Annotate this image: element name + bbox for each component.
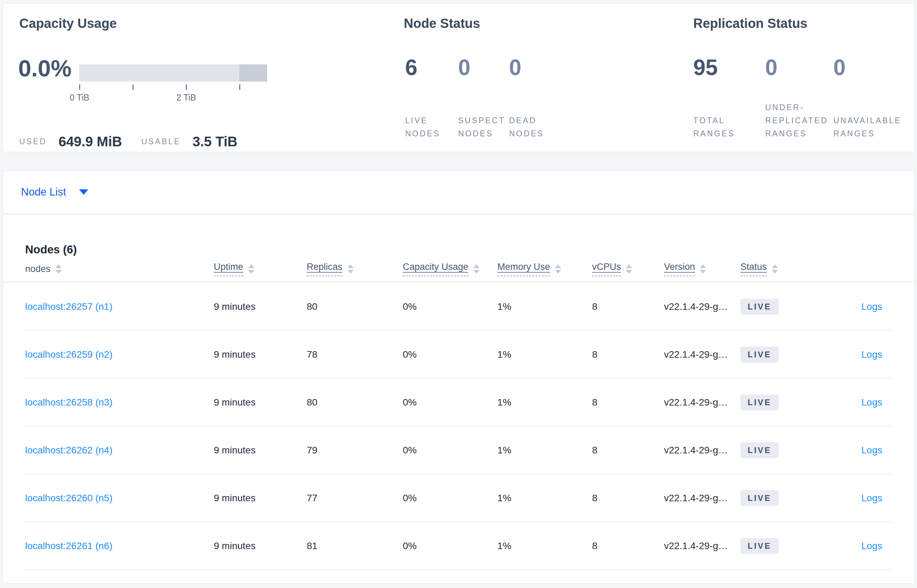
status-badge: LIVE bbox=[740, 347, 779, 362]
node-link[interactable]: localhost:26258 (n3) bbox=[25, 397, 113, 408]
node-list-dropdown[interactable]: Node List bbox=[21, 186, 88, 198]
axis-tick-label: 0 TiB bbox=[59, 93, 100, 103]
sort-icon[interactable] bbox=[347, 264, 354, 274]
logs-link[interactable]: Logs bbox=[861, 445, 882, 456]
used-label: USED bbox=[19, 137, 47, 146]
logs-cell: Logs bbox=[827, 349, 892, 360]
table-row: localhost:26260 (n5) 9 minutes 77 0% 1% … bbox=[25, 474, 892, 522]
column-header-status[interactable]: Status bbox=[740, 262, 827, 276]
column-header-capacity-usage[interactable]: Capacity Usage bbox=[403, 262, 497, 276]
logs-link[interactable]: Logs bbox=[861, 493, 882, 503]
sort-icon[interactable] bbox=[55, 264, 61, 274]
uptime-cell: 9 minutes bbox=[214, 541, 307, 551]
sort-icon[interactable] bbox=[772, 264, 778, 274]
sort-icon[interactable] bbox=[473, 264, 479, 274]
capacity-stats: USED 649.9 MiB USABLE 3.5 TiB bbox=[19, 134, 237, 149]
column-header-nodes[interactable]: nodes bbox=[25, 264, 214, 275]
sort-icon[interactable] bbox=[248, 264, 254, 274]
vcpus-cell: 8 bbox=[592, 397, 664, 408]
vcpus-cell: 8 bbox=[592, 445, 664, 456]
view-selector-bar: Node List bbox=[3, 171, 914, 213]
live-nodes-value: 6 bbox=[405, 55, 455, 80]
replicas-cell: 78 bbox=[307, 349, 403, 360]
capacity-cell: 0% bbox=[403, 301, 497, 312]
dead-nodes-label: DEAD NODES bbox=[509, 114, 564, 140]
version-cell: v22.1.4-29-g… bbox=[664, 493, 740, 504]
replication-status-title: Replication Status bbox=[693, 16, 807, 31]
status-cell: LIVE bbox=[740, 443, 827, 458]
column-header-vcpus[interactable]: vCPUs bbox=[592, 262, 664, 276]
version-cell: v22.1.4-29-g… bbox=[664, 541, 740, 551]
replicas-cell: 79 bbox=[307, 445, 403, 456]
under-replicated-ranges-stat: 0 UNDER-REPLICATED RANGES bbox=[765, 55, 839, 140]
memory-cell: 1% bbox=[497, 541, 592, 551]
node-link[interactable]: localhost:26259 (n2) bbox=[25, 349, 113, 360]
uptime-cell: 9 minutes bbox=[214, 493, 307, 504]
node-link[interactable]: localhost:26262 (n4) bbox=[25, 445, 113, 456]
version-cell: v22.1.4-29-g… bbox=[664, 301, 740, 312]
logs-cell: Logs bbox=[827, 397, 892, 408]
cluster-overview-page: Capacity Usage 0.0% 0 TiB 2 TiB USED 649… bbox=[0, 0, 917, 588]
table-row: localhost:26258 (n3) 9 minutes 80 0% 1% … bbox=[25, 379, 892, 426]
status-cell: LIVE bbox=[740, 538, 827, 554]
node-link[interactable]: localhost:26257 (n1) bbox=[25, 301, 113, 312]
replicas-cell: 77 bbox=[307, 493, 403, 504]
suspect-nodes-value: 0 bbox=[458, 55, 509, 80]
capacity-bar-extra-segment bbox=[239, 65, 267, 82]
status-badge: LIVE bbox=[740, 443, 779, 458]
status-badge: LIVE bbox=[740, 490, 779, 506]
nodes-table-body: localhost:26257 (n1) 9 minutes 80 0% 1% … bbox=[3, 283, 914, 570]
status-badge: LIVE bbox=[740, 394, 779, 410]
vcpus-cell: 8 bbox=[592, 349, 664, 360]
usable-value: 3.5 TiB bbox=[192, 134, 237, 149]
column-header-version[interactable]: Version bbox=[664, 262, 740, 276]
sort-icon[interactable] bbox=[555, 264, 561, 274]
capacity-cell: 0% bbox=[403, 445, 497, 456]
total-ranges-value: 95 bbox=[693, 55, 755, 80]
node-link[interactable]: localhost:26261 (n6) bbox=[25, 541, 113, 551]
sort-icon[interactable] bbox=[700, 264, 706, 274]
unavailable-label: UNAVAILABLE RANGES bbox=[833, 114, 912, 140]
logs-link[interactable]: Logs bbox=[861, 301, 882, 312]
axis-tick bbox=[79, 84, 80, 90]
total-ranges-label: TOTAL RANGES bbox=[693, 114, 755, 140]
total-ranges-stat: 95 TOTAL RANGES bbox=[693, 55, 755, 140]
node-link[interactable]: localhost:26260 (n5) bbox=[25, 493, 113, 503]
node-status-title: Node Status bbox=[404, 16, 480, 31]
dead-nodes-stat: 0 DEAD NODES bbox=[509, 55, 564, 140]
memory-cell: 1% bbox=[497, 445, 592, 456]
logs-cell: Logs bbox=[827, 541, 892, 551]
dead-nodes-value: 0 bbox=[509, 55, 564, 80]
sort-icon[interactable] bbox=[626, 264, 632, 274]
usable-label: USABLE bbox=[141, 137, 181, 146]
column-header-memory-use[interactable]: Memory Use bbox=[497, 262, 592, 276]
nodes-table-title: Nodes (6) bbox=[25, 243, 77, 256]
table-row: localhost:26259 (n2) 9 minutes 78 0% 1% … bbox=[25, 331, 892, 379]
status-badge: LIVE bbox=[740, 538, 779, 554]
logs-link[interactable]: Logs bbox=[861, 349, 882, 360]
vcpus-cell: 8 bbox=[592, 541, 664, 551]
logs-link[interactable]: Logs bbox=[861, 397, 882, 408]
column-header-replicas[interactable]: Replicas bbox=[307, 262, 403, 276]
node-list-dropdown-label: Node List bbox=[21, 186, 66, 198]
under-replicated-label: UNDER-REPLICATED RANGES bbox=[765, 101, 839, 140]
replicas-cell: 81 bbox=[307, 541, 403, 551]
memory-cell: 1% bbox=[497, 493, 592, 504]
nodes-table-header: nodes Uptime Replicas Capacity Usage Mem… bbox=[3, 256, 914, 282]
column-header-uptime[interactable]: Uptime bbox=[214, 262, 307, 276]
memory-cell: 1% bbox=[497, 397, 592, 408]
capacity-usage-bar bbox=[79, 65, 267, 82]
status-cell: LIVE bbox=[740, 490, 827, 506]
status-badge: LIVE bbox=[740, 299, 779, 315]
suspect-nodes-label: SUSPECT NODES bbox=[458, 114, 509, 140]
logs-cell: Logs bbox=[827, 445, 892, 456]
version-cell: v22.1.4-29-g… bbox=[664, 445, 740, 456]
logs-link[interactable]: Logs bbox=[861, 541, 882, 551]
table-row: localhost:26257 (n1) 9 minutes 80 0% 1% … bbox=[25, 283, 892, 331]
suspect-nodes-stat: 0 SUSPECT NODES bbox=[458, 55, 509, 140]
uptime-cell: 9 minutes bbox=[214, 397, 307, 408]
used-value: 649.9 MiB bbox=[58, 134, 122, 149]
capacity-usage-title: Capacity Usage bbox=[19, 16, 117, 31]
axis-tick-label: 2 TiB bbox=[166, 93, 207, 103]
memory-cell: 1% bbox=[497, 301, 592, 312]
